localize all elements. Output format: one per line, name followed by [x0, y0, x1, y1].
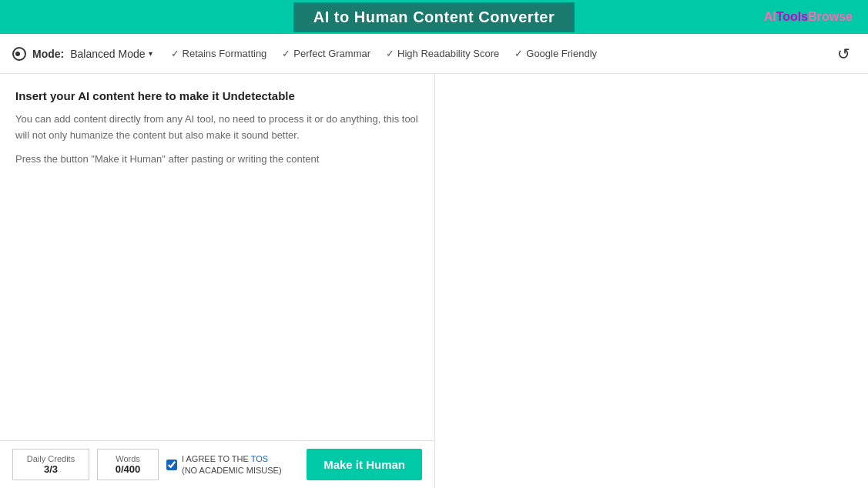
words-box: Words 0/400 — [97, 449, 159, 480]
check-icon-2: ✓ — [282, 48, 290, 59]
toolbar: Mode: Balanced Mode ▾ ✓ Retains Formatti… — [0, 34, 868, 74]
feature-retains-formatting: ✓ Retains Formatting — [171, 48, 267, 59]
feature-google-friendly: ✓ Google Friendly — [514, 48, 597, 59]
tos-text: I AGREE TO THE TOS (NO ACADEMIC MISUSE) — [182, 453, 282, 476]
feature-high-readability: ✓ High Readability Score — [386, 48, 499, 59]
header-title-box: AI to Human Content Converter — [293, 2, 575, 32]
feature-label-4: Google Friendly — [526, 48, 597, 59]
refresh-button[interactable]: ↺ — [831, 42, 856, 66]
bottom-bar: Daily Credits 3/3 Words 0/400 I AGREE TO… — [0, 440, 434, 488]
header: AI to Human Content Converter AIToolsBro… — [0, 0, 868, 34]
right-panel — [435, 74, 868, 488]
brand-link[interactable]: AIToolsBrowse — [764, 10, 853, 24]
main-content: Insert your AI content here to make it U… — [0, 74, 868, 488]
mode-selector: Mode: Balanced Mode ▾ — [12, 47, 152, 61]
tos-link[interactable]: TOS — [251, 454, 268, 463]
refresh-icon: ↺ — [837, 45, 850, 63]
words-label: Words — [109, 454, 147, 463]
left-panel: Insert your AI content here to make it U… — [0, 74, 435, 488]
mode-label: Mode: — [32, 48, 64, 60]
features-list: ✓ Retains Formatting ✓ Perfect Grammar ✓… — [171, 48, 813, 59]
tos-checkbox-area: I AGREE TO THE TOS (NO ACADEMIC MISUSE) — [166, 453, 282, 476]
mode-dropdown-button[interactable]: Balanced Mode ▾ — [70, 48, 152, 60]
check-icon-4: ✓ — [514, 48, 523, 59]
text-area-container: Insert your AI content here to make it U… — [0, 74, 434, 440]
words-value: 0/400 — [109, 463, 147, 475]
brand-browse: Browse — [808, 10, 853, 23]
feature-label-1: Retains Formatting — [183, 48, 267, 59]
brand-ai: AI — [764, 10, 776, 23]
check-icon-3: ✓ — [386, 48, 394, 59]
tos-text-after: (NO ACADEMIC MISUSE) — [182, 466, 282, 475]
feature-perfect-grammar: ✓ Perfect Grammar — [282, 48, 370, 59]
mode-value: Balanced Mode — [70, 48, 145, 60]
chevron-down-icon: ▾ — [149, 49, 152, 58]
credits-label: Daily Credits — [24, 454, 78, 463]
check-icon-1: ✓ — [171, 48, 179, 59]
feature-label-2: Perfect Grammar — [293, 48, 370, 59]
tos-text-before: I AGREE TO THE — [182, 454, 249, 463]
brand-tools: Tools — [776, 10, 808, 23]
mode-icon — [12, 47, 26, 61]
page-title: AI to Human Content Converter — [313, 8, 555, 25]
credits-value: 3/3 — [24, 463, 78, 475]
daily-credits-box: Daily Credits 3/3 — [12, 449, 89, 480]
make-it-human-button[interactable]: Make it Human — [307, 449, 422, 480]
feature-label-3: High Readability Score — [397, 48, 499, 59]
tos-checkbox[interactable] — [166, 460, 177, 470]
